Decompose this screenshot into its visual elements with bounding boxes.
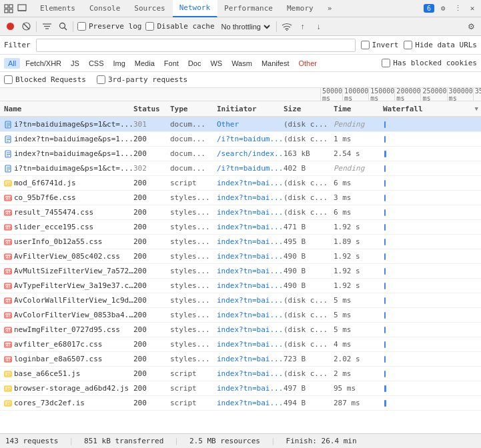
has-blocked-checkbox[interactable] [382, 59, 390, 67]
table-row[interactable]: CSS co_95b7f6e.css 200 styles... index?t… [0, 191, 481, 205]
preserve-log-label[interactable]: Preserve log [77, 22, 141, 31]
table-row[interactable]: CSS result_7455474.css 200 styles... ind… [0, 205, 481, 220]
style-icon: CSS [4, 311, 12, 319]
tab-memory[interactable]: Memory [280, 0, 321, 17]
tab-console[interactable]: Console [83, 0, 127, 17]
type-btn-js[interactable]: JS [67, 58, 83, 69]
table-row[interactable]: CSS AvColorFilterView_0853ba4... 200 sty… [0, 308, 481, 323]
invert-label[interactable]: Invert [361, 41, 399, 49]
invert-checkbox[interactable] [361, 41, 370, 49]
filter-input[interactable] [36, 39, 356, 52]
inspect-icon[interactable] [3, 3, 15, 15]
row-initiator: index?tn=bai... [217, 369, 284, 378]
type-btn-all[interactable]: All [4, 58, 20, 69]
record-button[interactable] [4, 21, 16, 33]
type-btn-img[interactable]: Img [109, 58, 129, 69]
close-icon[interactable]: ✕ [466, 3, 478, 15]
row-waterfall [380, 209, 481, 216]
col-header-status[interactable]: Status [133, 105, 170, 113]
table-row[interactable]: JS mod_6f6741d.js 200 script index?tn=ba… [0, 176, 481, 191]
row-status: 200 [133, 252, 170, 261]
filter-button[interactable] [41, 21, 53, 33]
col-header-time[interactable]: Time [334, 105, 380, 113]
tab-performance[interactable]: Performance [217, 0, 280, 17]
hide-data-urls-label[interactable]: Hide data URLs [404, 41, 477, 49]
table-row[interactable]: JS base_a66ce51.js 200 script index?tn=b… [0, 367, 481, 381]
type-btn-font[interactable]: Font [160, 58, 183, 69]
clear-button[interactable] [20, 21, 32, 33]
throttle-dropdown[interactable]: No throttling [219, 22, 272, 31]
table-row[interactable]: index?tn=baiduimage&ps=1... 200 docum...… [0, 147, 481, 161]
third-party-label[interactable]: 3rd-party requests [97, 75, 187, 84]
row-name: i?tn=baiduimage&ps=1&ct=... [14, 164, 133, 173]
table-row[interactable]: i?tn=baiduimage&ps=1&ct=... 301 docum...… [0, 117, 481, 132]
issues-badge[interactable]: 6 [424, 4, 434, 13]
tab-elements[interactable]: Elements [33, 0, 83, 17]
disable-cache-label[interactable]: Disable cache [145, 22, 214, 31]
type-btn-ws[interactable]: WS [206, 58, 226, 69]
row-size: 490 B [284, 281, 334, 290]
type-btn-other[interactable]: Other [294, 58, 321, 69]
type-btn-manifest[interactable]: Manifest [258, 58, 294, 69]
table-row[interactable]: i?tn=baiduimage&ps=1&ct=... 302 docum...… [0, 161, 481, 176]
table-row[interactable]: CSS newImgFilter_0727d95.css 200 styles.… [0, 323, 481, 337]
row-name-cell: CSS avfilter_e68017c.css [0, 340, 133, 349]
tab-overflow[interactable]: » [321, 0, 340, 17]
table-row[interactable]: CSS AvTypeFilterView_3a19e37.css 200 sty… [0, 279, 481, 293]
type-btn-wasm[interactable]: Wasm [227, 58, 256, 69]
col-header-type[interactable]: Type [170, 105, 217, 113]
svg-text:CSS: CSS [5, 241, 12, 245]
tab-network[interactable]: Network [173, 0, 217, 17]
hide-data-urls-checkbox[interactable] [404, 41, 412, 49]
svg-text:CSS: CSS [5, 314, 12, 318]
col-header-name[interactable]: Name [0, 105, 133, 113]
col-header-size[interactable]: Size [284, 105, 334, 113]
doc-icon [4, 165, 12, 173]
tab-sources[interactable]: Sources [127, 0, 172, 17]
dock-icon[interactable] [16, 3, 28, 15]
waterfall-bar [384, 400, 386, 407]
blocked-requests-checkbox[interactable] [4, 75, 13, 84]
row-initiator: index?tn=bai... [217, 311, 284, 319]
network-settings-button[interactable]: ⚙ [465, 21, 477, 33]
row-initiator: index?tn=bai... [217, 355, 284, 363]
download-button[interactable]: ↓ [313, 21, 325, 33]
upload-button[interactable]: ↑ [297, 21, 309, 33]
has-blocked-label[interactable]: Has blocked cookies [382, 59, 477, 67]
more-icon[interactable]: ⋮ [452, 3, 464, 15]
table-row[interactable]: CSS loginbar_e8a6507.css 200 styles... i… [0, 352, 481, 367]
table-row[interactable]: CSS userInfo_0b12a55.css 200 styles... i… [0, 235, 481, 249]
table-row[interactable]: CSS AvColorWallFilterView_1c9d... 200 st… [0, 293, 481, 308]
timeline-mark-5: 300000 ms [447, 88, 473, 101]
search-button[interactable] [57, 21, 69, 33]
table-row[interactable]: JS cores_73dc2ef.is 200 script index?tn=… [0, 396, 481, 411]
col-header-waterfall[interactable]: Waterfall ▼ [380, 105, 481, 113]
table-row[interactable]: JS browser-storage_ad6bd42.js 200 script… [0, 381, 481, 396]
row-waterfall [380, 341, 481, 348]
col-header-initiator[interactable]: Initiator [217, 105, 284, 113]
preserve-log-checkbox[interactable] [77, 22, 86, 31]
row-size: 490 B [284, 267, 334, 275]
throttle-select-container[interactable]: No throttling [219, 22, 272, 31]
script-icon: JS [4, 370, 12, 378]
table-row[interactable]: index?tn=baiduimage&ps=1... 200 docum...… [0, 132, 481, 147]
row-type: styles... [170, 223, 217, 231]
row-waterfall [380, 400, 481, 407]
table-row[interactable]: CSS AvFilterView_085c402.css 200 styles.… [0, 249, 481, 264]
third-party-checkbox[interactable] [97, 75, 105, 84]
table-row[interactable]: CSS avfilter_e68017c.css 200 styles... i… [0, 337, 481, 352]
table-row[interactable]: CSS slider_ecce195.css 200 styles... ind… [0, 220, 481, 235]
svg-text:CSS: CSS [5, 226, 12, 230]
type-btn-media[interactable]: Media [131, 58, 159, 69]
type-btn-doc[interactable]: Doc [184, 58, 205, 69]
type-btn-css[interactable]: CSS [85, 58, 108, 69]
type-btn-fetchxhr[interactable]: Fetch/XHR [21, 58, 65, 69]
blocked-requests-label[interactable]: Blocked Requests [4, 75, 86, 84]
svg-rect-2 [5, 9, 8, 13]
wifi-icon[interactable] [281, 21, 293, 33]
settings-icon[interactable]: ⚙ [437, 3, 449, 15]
row-type: styles... [170, 252, 217, 261]
disable-cache-checkbox[interactable] [145, 22, 154, 31]
table-row[interactable]: CSS AvMultSizeFilterView_7a572... 200 st… [0, 264, 481, 279]
row-status: 302 [133, 164, 170, 173]
